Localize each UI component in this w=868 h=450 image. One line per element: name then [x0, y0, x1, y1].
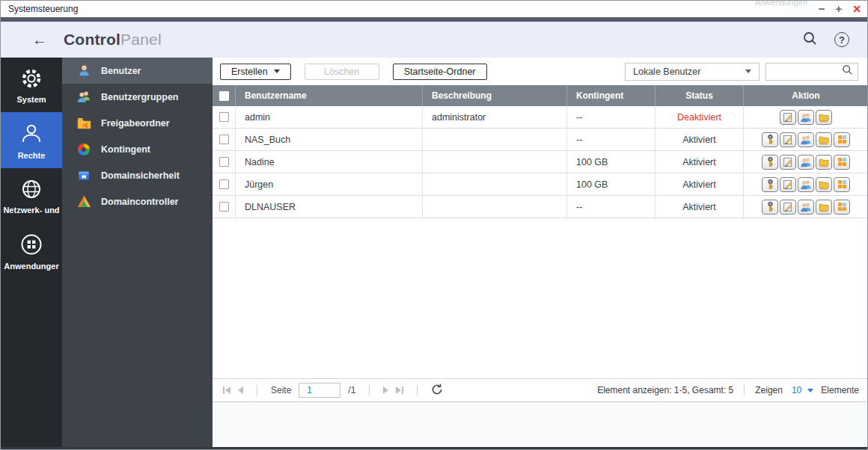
action-app-privileges-button[interactable]	[834, 200, 850, 215]
action-shared-folder-button[interactable]	[816, 110, 832, 125]
create-button[interactable]: Erstellen	[220, 64, 291, 80]
row-checkbox[interactable]	[219, 135, 229, 144]
cell-actions	[744, 106, 868, 128]
sidebar-item-anwendungen[interactable]: Anwendunger	[1, 223, 62, 279]
search-input[interactable]	[766, 64, 842, 79]
cell-status: Aktiviert	[655, 129, 744, 150]
column-header-status[interactable]: Status	[655, 85, 744, 106]
cell-username: Nadine	[236, 151, 423, 173]
submenu-item-domainsicherheit[interactable]: Domainsicherheit	[62, 162, 213, 188]
search-icon[interactable]	[802, 31, 818, 49]
submenu-item-kontingent[interactable]: Kontingent	[62, 136, 213, 162]
action-shared-folder-button[interactable]	[816, 132, 832, 147]
cell-status: Deaktiviert	[655, 106, 744, 128]
action-user-group-button[interactable]	[798, 177, 814, 192]
column-header-aktion[interactable]: Aktion	[744, 85, 868, 106]
main-content: Erstellen Löschen Startseite-Ordner Loka…	[213, 58, 868, 447]
action-password-button[interactable]	[762, 200, 778, 215]
chevron-down-icon	[274, 70, 280, 73]
chevron-down-icon[interactable]	[807, 389, 813, 392]
row-checkbox[interactable]	[219, 179, 229, 189]
column-header-benutzername[interactable]: Benutzername	[236, 85, 423, 106]
back-arrow-icon[interactable]: ←	[32, 31, 47, 49]
user-group-icon	[76, 90, 92, 105]
row-checkbox[interactable]	[219, 202, 229, 212]
action-edit-button[interactable]	[780, 177, 796, 192]
sidebar-item-rechte[interactable]: Rechte	[1, 112, 62, 168]
action-shared-folder-button[interactable]	[816, 177, 832, 192]
toolbar: Erstellen Löschen Startseite-Ordner Loka…	[213, 58, 868, 85]
help-icon[interactable]: ?	[834, 32, 849, 47]
apps-circle-icon	[19, 232, 44, 257]
search-icon[interactable]	[842, 64, 853, 78]
table-empty-area	[213, 218, 868, 378]
action-user-group-button[interactable]	[798, 110, 814, 125]
submenu-item-freigabeordner[interactable]: Freigabeordner	[62, 110, 213, 136]
action-app-privileges-button[interactable]	[834, 177, 850, 192]
action-shared-folder-button[interactable]	[816, 200, 832, 215]
last-page-button[interactable]	[396, 386, 403, 394]
submenu-item-domaincontroller[interactable]: Domaincontroller	[62, 188, 213, 215]
cell-username: NAS_Buch	[236, 129, 423, 150]
delete-button[interactable]: Löschen	[305, 64, 379, 80]
table-row[interactable]: Jürgen 100 GB Aktiviert	[213, 173, 868, 196]
domain-controller-icon	[76, 194, 92, 209]
cell-actions	[744, 151, 868, 173]
window-title: Systemsteuerung	[1, 4, 78, 14]
action-edit-button[interactable]	[780, 110, 796, 125]
refresh-icon[interactable]	[431, 383, 443, 398]
row-checkbox[interactable]	[219, 157, 229, 167]
action-user-group-button[interactable]	[798, 200, 814, 215]
action-shared-folder-button[interactable]	[816, 155, 832, 170]
action-password-button[interactable]	[762, 177, 778, 192]
action-app-privileges-button[interactable]	[834, 155, 850, 170]
row-checkbox[interactable]	[219, 112, 229, 122]
items-info: Element anzeigen: 1-5, Gesamt: 5	[597, 385, 733, 395]
cell-actions	[744, 196, 868, 218]
action-edit-button[interactable]	[780, 132, 796, 147]
maximize-button[interactable]: +	[836, 1, 843, 17]
next-page-button[interactable]	[383, 386, 388, 394]
cell-status: Aktiviert	[655, 173, 744, 195]
previous-page-button[interactable]	[238, 386, 243, 394]
action-user-group-button[interactable]	[798, 155, 814, 170]
main-sidebar: System Rechte Netzwerk- und Anwendunger	[1, 58, 62, 447]
action-password-button[interactable]	[762, 155, 778, 170]
chevron-down-icon	[745, 70, 751, 73]
background-window-ghost-text: Anwendungen	[755, 0, 807, 7]
cell-description	[423, 129, 567, 150]
cell-description	[423, 173, 567, 195]
column-header-beschreibung[interactable]: Beschreibung	[423, 85, 567, 106]
sidebar-item-system[interactable]: System	[1, 58, 62, 112]
content-footer-area	[213, 402, 868, 447]
select-all-checkbox[interactable]	[219, 91, 229, 101]
domain-security-icon	[76, 168, 92, 183]
submenu-item-benutzer[interactable]: Benutzer	[62, 58, 213, 84]
home-folder-button[interactable]: Startseite-Ordner	[393, 64, 487, 80]
table-row[interactable]: admin administrator -- Deaktiviert	[213, 106, 868, 129]
minimize-button[interactable]: −	[819, 1, 825, 17]
action-edit-button[interactable]	[780, 200, 796, 215]
action-password-button[interactable]	[762, 132, 778, 147]
table-row[interactable]: Nadine 100 GB Aktiviert	[213, 151, 868, 173]
close-button[interactable]: ✕	[852, 1, 861, 17]
page-size-value[interactable]: 10	[792, 385, 801, 395]
submenu-item-benutzergruppen[interactable]: Benutzergruppen	[62, 84, 213, 110]
cell-quota: --	[567, 196, 655, 218]
table-row[interactable]: NAS_Buch -- Aktiviert	[213, 129, 868, 151]
page-number-input[interactable]	[299, 383, 340, 398]
user-type-select[interactable]: Lokale Benutzer	[625, 63, 760, 81]
table-row[interactable]: DLNAUSER -- Aktiviert	[213, 196, 868, 218]
action-app-privileges-button[interactable]	[834, 132, 850, 147]
user-icon	[19, 121, 44, 147]
cell-description	[423, 151, 567, 173]
show-label: Zeigen	[755, 385, 783, 395]
column-header-kontingent[interactable]: Kontingent	[567, 85, 655, 106]
cell-quota: 100 GB	[567, 173, 655, 195]
first-page-button[interactable]	[223, 386, 230, 394]
globe-icon	[19, 177, 43, 201]
sidebar-item-netzwerk[interactable]: Netzwerk- und	[1, 168, 62, 223]
action-user-group-button[interactable]	[798, 132, 814, 147]
action-edit-button[interactable]	[780, 155, 796, 170]
shared-folder-icon	[76, 116, 92, 131]
